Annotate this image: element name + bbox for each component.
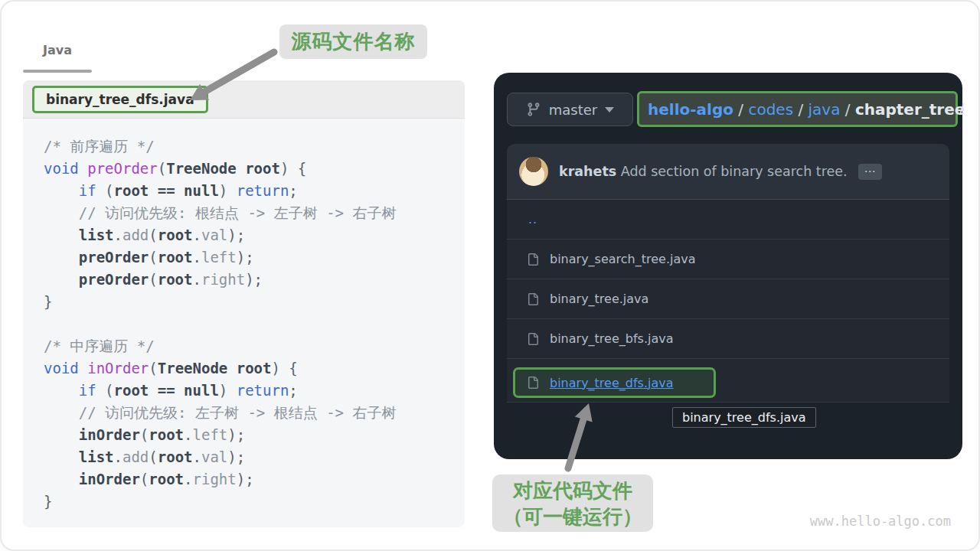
git-branch-icon (526, 102, 541, 117)
file-row[interactable]: binary_tree.java (507, 279, 949, 319)
file-icon (527, 253, 539, 266)
avatar[interactable] (519, 157, 548, 186)
watermark: www.hello-algo.com (810, 514, 951, 529)
commit-message-text[interactable]: Add section of binary search tree. (616, 164, 847, 179)
parent-directory-row[interactable]: .. (507, 200, 949, 240)
branch-name: master (549, 102, 597, 118)
code-line: void preOrder(TreeNode root) { (44, 158, 459, 180)
code-line: // 访问优先级: 根结点 -> 左子树 -> 右子树 (44, 202, 459, 224)
breadcrumb-codes-link[interactable]: codes (748, 100, 793, 119)
file-name-link[interactable]: binary_tree.java (550, 292, 648, 306)
code-file-annotation: 对应代码文件 （可一键运行） (492, 474, 653, 532)
code-line: } (44, 491, 459, 513)
file-row[interactable]: binary_search_tree.java (507, 240, 949, 279)
github-file-browser: master hello-algo / codes / java / chapt… (494, 73, 962, 459)
code-line (44, 313, 459, 335)
commit-author-link[interactable]: krahets (559, 164, 616, 179)
breadcrumb-separator: / (793, 100, 808, 119)
annotation-line: 对应代码文件 (513, 478, 632, 504)
parent-directory-link[interactable]: .. (528, 212, 537, 227)
highlighted-file-box[interactable]: binary_tree_dfs.java (513, 367, 716, 398)
code-line: } (44, 291, 459, 313)
code-line: /* 前序遍历 */ (44, 135, 459, 158)
branch-selector-button[interactable]: master (507, 93, 633, 126)
file-name-link[interactable]: binary_tree_bfs.java (550, 331, 674, 346)
source-filename-annotation: 源码文件名称 (279, 24, 427, 59)
breadcrumb-separator: / (840, 100, 854, 119)
editor-header: binary_tree_dfs.java (23, 80, 465, 119)
file-icon (527, 333, 539, 345)
code-line: if (root == null) return; (44, 380, 459, 402)
code-line: inOrder(root.left); (44, 424, 459, 446)
breadcrumb-repo-link[interactable]: hello-algo (648, 100, 733, 119)
breadcrumb-java-link[interactable]: java (808, 100, 841, 119)
file-row[interactable]: binary_tree_bfs.java (507, 319, 949, 359)
code-line: list.add(root.val); (44, 446, 459, 468)
file-icon (527, 293, 539, 305)
commit-ellipsis-button[interactable]: ⋯ (858, 164, 882, 180)
breadcrumb: hello-algo / codes / java / chapter_tree (637, 91, 958, 127)
tab-java[interactable]: Java (43, 43, 72, 57)
caret-down-icon (605, 107, 614, 112)
highlighted-file-row[interactable]: binary_tree_dfs.java (507, 359, 949, 403)
code-editor-panel: binary_tree_dfs.java /* 前序遍历 */void preO… (23, 80, 465, 527)
file-table: krahets Add section of binary search tre… (507, 144, 949, 403)
filename-tooltip: binary_tree_dfs.java (672, 407, 816, 428)
breadcrumb-trailing-slash: / (959, 99, 965, 117)
code-line: /* 中序遍历 */ (44, 335, 459, 357)
code-line: if (root == null) return; (44, 180, 459, 202)
code-line: list.add(root.val); (44, 224, 459, 246)
breadcrumb-separator: / (733, 100, 748, 119)
file-name-link[interactable]: binary_search_tree.java (550, 252, 696, 266)
code-line: void inOrder(TreeNode root) { (44, 357, 459, 380)
code-line: inOrder(root.right); (44, 468, 459, 491)
file-icon (527, 377, 539, 389)
source-filename-box: binary_tree_dfs.java (32, 86, 208, 113)
code-line: preOrder(root.left); (44, 246, 459, 269)
annotation-line: （可一键运行） (503, 504, 642, 530)
latest-commit-row: krahets Add section of binary search tre… (507, 144, 949, 200)
code-line: preOrder(root.right); (44, 269, 459, 291)
commit-message: krahets Add section of binary search tre… (559, 164, 848, 179)
code-block: /* 前序遍历 */void preOrder(TreeNode root) {… (23, 119, 465, 513)
breadcrumb-current-dir: chapter_tree (855, 100, 965, 119)
tab-java-underline (23, 70, 92, 73)
highlighted-file-link[interactable]: binary_tree_dfs.java (550, 376, 674, 390)
code-line: // 访问优先级: 左子树 -> 根结点 -> 右子树 (44, 402, 459, 424)
